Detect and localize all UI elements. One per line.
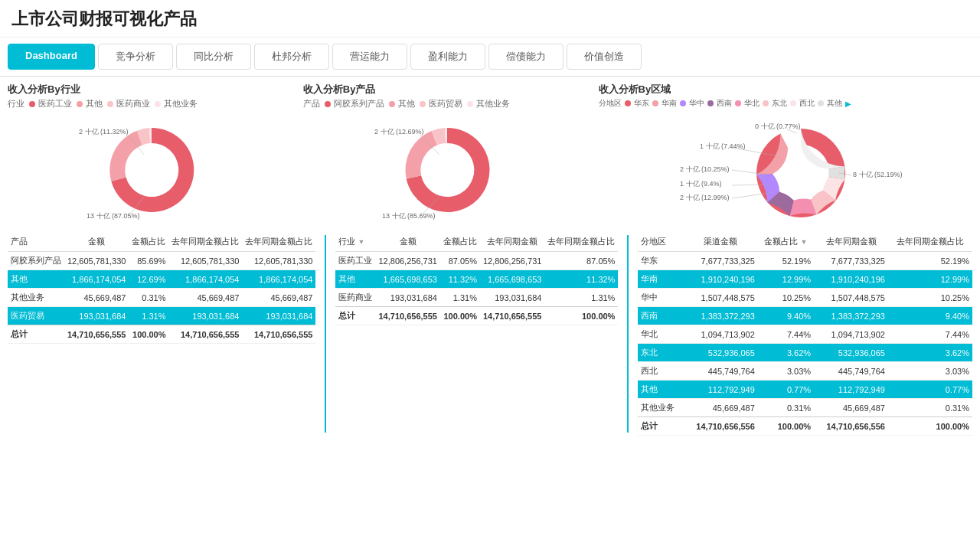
legend-dot xyxy=(680,100,686,106)
charts-row: 收入分析By行业 行业 医药工业 其他 医药商业 其他业务 xyxy=(0,77,980,230)
legend-item-other-biz: 其他业务 xyxy=(155,98,198,109)
legend-dot xyxy=(29,101,35,107)
table-product-section: 产品 金额 金额占比 去年同期金额占比 去年同期金额占比 阿胶系列产品 12,6… xyxy=(8,232,315,436)
legend-huabei: 华北 xyxy=(735,98,760,109)
col-last-pct: 去年同期金额占比 xyxy=(242,232,315,252)
table-row: 华中 1,507,448,575 10.25% 1,507,448,575 10… xyxy=(638,289,972,307)
table-row: 阿胶系列产品 12,605,781,330 85.69% 12,605,781,… xyxy=(8,252,315,270)
table-row: 医药商业 193,031,684 1.31% 193,031,684 1.31% xyxy=(335,289,618,307)
nav-tabs: Dashboard 竞争分析 同比分析 杜邦分析 营运能力 盈利能力 偿债能力 … xyxy=(0,38,980,77)
svg-text:1 十亿 (9.4%): 1 十亿 (9.4%) xyxy=(680,180,722,188)
donut-region: 8 十亿 (52.19%) 2 十亿 (12.99%) 1 十亿 (9.4%) … xyxy=(678,112,893,230)
table-row: 西北 445,749,764 3.03% 445,749,764 3.03% xyxy=(638,362,972,381)
legend-dongbei: 东北 xyxy=(763,98,787,109)
tab-dashboard[interactable]: Dashboard xyxy=(8,44,95,70)
legend-dot xyxy=(325,101,331,107)
table-total-row: 总计 14,710,656,555 100.00% 14,710,656,555… xyxy=(8,325,315,344)
vertical-divider xyxy=(325,235,326,433)
col-region-last-pct: 去年同期金额占比 xyxy=(888,232,972,252)
legend-dot xyxy=(818,100,824,106)
table-row: 东北 532,936,065 3.62% 532,936,065 3.62% xyxy=(638,344,972,362)
donut-industry: 2 十亿 (11.32%) 13 十亿 (87.05%) xyxy=(67,113,236,227)
legend-huanan: 华南 xyxy=(652,98,677,109)
legend-dot xyxy=(707,100,714,106)
legend-dot xyxy=(763,100,769,106)
table-row: 医药工业 12,806,256,731 87.05% 12,806,256,73… xyxy=(335,252,618,270)
legend-other-p: 其他 xyxy=(389,98,415,109)
legend-product-label: 产品 xyxy=(303,98,320,109)
chart-product-legend: 产品 阿胶系列产品 其他 医药贸易 其他业务 xyxy=(303,98,591,109)
svg-text:13 十亿 (85.69%): 13 十亿 (85.69%) xyxy=(382,212,436,220)
svg-text:2 十亿 (12.99%): 2 十亿 (12.99%) xyxy=(680,194,730,201)
tab-operations[interactable]: 营运能力 xyxy=(332,44,407,70)
page-title: 上市公司财报可视化产品 xyxy=(0,0,980,38)
table-region-total: 总计 14,710,656,556 100.00% 14,710,656,556… xyxy=(638,417,972,436)
legend-item-pharma-commerce: 医药商业 xyxy=(107,98,150,109)
legend-item-other: 其他 xyxy=(77,98,103,109)
table-row: 医药贸易 193,031,684 1.31% 193,031,684 193,0… xyxy=(8,307,315,325)
col-ind-last-amt: 去年同期金额 xyxy=(480,232,544,252)
table-product: 产品 金额 金额占比 去年同期金额占比 去年同期金额占比 阿胶系列产品 12,6… xyxy=(8,232,315,344)
legend-dot xyxy=(155,101,161,107)
legend-other-biz-p: 其他业务 xyxy=(467,98,510,109)
tab-value[interactable]: 价值创造 xyxy=(567,44,642,70)
tab-profitability[interactable]: 盈利能力 xyxy=(410,44,485,70)
chart-region-title: 收入分析By区域 xyxy=(599,83,972,96)
legend-industry-label: 行业 xyxy=(8,98,24,109)
legend-dot xyxy=(389,101,395,107)
col-product: 产品 xyxy=(8,232,64,252)
svg-text:0 十亿 (0.77%): 0 十亿 (0.77%) xyxy=(755,122,801,130)
donut-product: 2 十亿 (12.69%) 13 十亿 (85.69%) xyxy=(363,113,531,227)
chart-product-title: 收入分析By产品 xyxy=(303,83,591,96)
legend-pharma-trade: 医药贸易 xyxy=(420,98,462,109)
col-ind-last-pct: 去年同期金额占比 xyxy=(544,232,618,252)
tab-dupont[interactable]: 杜邦分析 xyxy=(254,44,329,70)
tab-competitive[interactable]: 竞争分析 xyxy=(98,44,173,70)
table-row: 西南 1,383,372,293 9.40% 1,383,372,293 9.4… xyxy=(638,307,972,325)
legend-dot xyxy=(625,100,631,106)
col-last-amt: 去年同期金额占比 xyxy=(168,232,242,252)
svg-text:13 十亿 (87.05%): 13 十亿 (87.05%) xyxy=(87,212,140,220)
col-channel-amt: 渠道金额 xyxy=(684,232,758,252)
legend-dot xyxy=(420,101,426,107)
table-row: 华东 7,677,733,325 52.19% 7,677,733,325 52… xyxy=(638,252,972,270)
chart-region-legend: 分地区 华东 华南 华中 西南 华北 东北 西北 其他 ▶ xyxy=(599,98,972,109)
legend-other-r: 其他 xyxy=(818,98,842,109)
sort-icon[interactable]: ▼ xyxy=(358,238,365,246)
legend-dot xyxy=(467,101,473,107)
col-region-last-amt: 去年同期金额 xyxy=(814,232,888,252)
tab-solvency[interactable]: 偿债能力 xyxy=(488,44,564,70)
svg-text:2 十亿 (12.69%): 2 十亿 (12.69%) xyxy=(374,128,424,136)
table-row: 其他 112,792,949 0.77% 112,792,949 0.77% xyxy=(638,381,972,399)
vertical-divider-2 xyxy=(627,235,629,433)
chart-by-industry: 收入分析By行业 行业 医药工业 其他 医药商业 其他业务 xyxy=(8,83,296,230)
svg-text:2 十亿 (10.25%): 2 十亿 (10.25%) xyxy=(680,165,730,173)
tables-area: 产品 金额 金额占比 去年同期金额占比 去年同期金额占比 阿胶系列产品 12,6… xyxy=(0,230,980,437)
legend-huadong: 华东 xyxy=(625,98,649,109)
col-ind-amount: 金额 xyxy=(375,232,439,252)
legend-xibei: 西北 xyxy=(790,98,815,109)
legend-dot xyxy=(77,101,83,107)
legend-dot xyxy=(790,100,796,106)
table-region: 分地区 渠道金额 金额占比 ▼ 去年同期金额 去年同期金额占比 华东 7,677… xyxy=(638,232,972,436)
legend-xinan: 西南 xyxy=(707,98,732,109)
chart-industry-title: 收入分析By行业 xyxy=(8,83,296,96)
table-row: 其他业务 45,669,487 0.31% 45,669,487 45,669,… xyxy=(8,289,315,307)
chart-industry-legend: 行业 医药工业 其他 医药商业 其他业务 xyxy=(8,98,296,109)
table-row: 其他 1,866,174,054 12.69% 1,866,174,054 1,… xyxy=(8,270,315,289)
legend-dot xyxy=(107,101,113,107)
table-region-section: 分地区 渠道金额 金额占比 ▼ 去年同期金额 去年同期金额占比 华东 7,677… xyxy=(638,232,972,436)
sort-icon-region[interactable]: ▼ xyxy=(801,238,808,246)
table-row: 其他 1,665,698,653 11.32% 1,665,698,653 11… xyxy=(335,270,618,289)
svg-text:2 十亿 (11.32%): 2 十亿 (11.32%) xyxy=(79,128,129,136)
col-amount: 金额 xyxy=(64,232,129,252)
legend-dot xyxy=(735,100,741,106)
col-industry: 行业 ▼ xyxy=(335,232,375,252)
tab-yoy[interactable]: 同比分析 xyxy=(176,44,251,70)
chart-by-region: 收入分析By区域 分地区 华东 华南 华中 西南 华北 东北 西北 其他 ▶ xyxy=(599,83,972,230)
table-industry-total: 总计 14,710,656,555 100.00% 14,710,656,555… xyxy=(335,307,618,325)
legend-dot xyxy=(652,100,658,106)
region-arrow[interactable]: ▶ xyxy=(845,100,851,108)
legend-item-pharma: 医药工业 xyxy=(29,98,72,109)
table-industry-section: 行业 ▼ 金额 金额占比 去年同期金额 去年同期金额占比 医药工业 12,806… xyxy=(335,232,618,436)
